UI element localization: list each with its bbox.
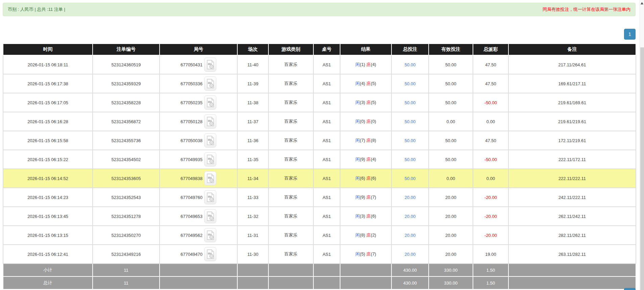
cell-table-no: AS1 — [313, 245, 340, 264]
page-1-button-bottom[interactable]: 1 — [624, 288, 636, 290]
cell-session: 11-34 — [237, 169, 268, 188]
result-player-label: 闲 — [355, 176, 360, 181]
cell-table-no: AS1 — [313, 74, 340, 93]
table-row: 2026-01-15 06:17:38523124359329677050336… — [3, 74, 636, 93]
cell-result: 闲(5) 庄(7) — [340, 245, 391, 264]
result-banker-score: (0) — [371, 119, 376, 124]
cell-total-bet: 20.00 — [391, 207, 429, 226]
header-total-bet: 总投注 — [391, 44, 429, 55]
video-replay-button[interactable] — [204, 152, 216, 166]
pagination-top: 1 — [3, 29, 636, 40]
cell-round: 677050038 — [160, 131, 237, 150]
table-row: 2026-01-15 06:13:15523124350270677049562… — [3, 226, 636, 245]
cell-round: 677050336 — [160, 74, 237, 93]
cell-time: 2026-01-15 06:14:52 — [3, 169, 93, 188]
total-bet-link[interactable]: 20.00 — [405, 214, 416, 219]
video-replay-button[interactable] — [204, 209, 216, 223]
total-bet-link[interactable]: 50.00 — [405, 100, 416, 105]
result-banker-label: 庄 — [366, 214, 371, 219]
result-player-label: 闲 — [355, 195, 360, 200]
cell-bet-id: 523124355736 — [93, 131, 160, 150]
cell-total-bet: 50.00 — [391, 74, 429, 93]
cell-session: 11-36 — [237, 131, 268, 150]
page-1-button[interactable]: 1 — [624, 29, 636, 40]
cell-total-bet: 50.00 — [391, 150, 429, 169]
total-bet-link[interactable]: 50.00 — [405, 62, 416, 67]
cell-remark: 222.11/172.11 — [508, 150, 636, 169]
result-banker-score: (6) — [371, 176, 376, 181]
total-bet-link[interactable]: 20.00 — [405, 233, 416, 238]
video-replay-button[interactable] — [204, 133, 216, 148]
video-replay-button[interactable] — [204, 95, 216, 110]
cell-payout: 47.50 — [473, 55, 508, 74]
cell-total-bet: 20.00 — [391, 245, 429, 264]
result-player-label: 闲 — [355, 119, 360, 124]
cell-valid-bet: 20.00 — [429, 188, 473, 207]
round-id: 677049935 — [181, 157, 202, 162]
cell-payout: 0.00 — [473, 112, 508, 131]
cell-game-type: 百家乐 — [268, 74, 313, 93]
result-player-score: (3) — [360, 100, 365, 105]
result-banker-score: (8) — [371, 138, 376, 143]
scroll-up-arrow-icon[interactable] — [641, 2, 643, 4]
cell-game-type: 百家乐 — [268, 169, 313, 188]
cell-result: 闲(9) 庄(4) — [340, 150, 391, 169]
video-file-icon — [207, 60, 214, 69]
video-file-icon — [207, 193, 214, 202]
scrollbar-thumb[interactable] — [640, 47, 644, 290]
table-body: 2026-01-15 06:18:11523124360519677050431… — [3, 55, 636, 264]
result-player-label: 闲 — [355, 100, 360, 105]
total-bet-link[interactable]: 20.00 — [405, 252, 416, 257]
cell-time: 2026-01-15 06:12:41 — [3, 245, 93, 264]
cell-result: 闲(3) 庄(5) — [340, 93, 391, 112]
cell-bet-id: 523124356872 — [93, 112, 160, 131]
header-row: 时间注单编号局号场次游戏类别桌号结果总投注有效投注总派彩备注 — [3, 44, 636, 55]
result-banker-score: (7) — [371, 195, 376, 200]
cell-total-bet: 20.00 — [391, 188, 429, 207]
cell-payout: -20.00 — [473, 207, 508, 226]
cell-round: 677049562 — [160, 226, 237, 245]
video-replay-button[interactable] — [204, 247, 216, 261]
video-replay-button[interactable] — [204, 190, 216, 204]
cell-session: 11-37 — [237, 112, 268, 131]
result-player-label: 闲 — [355, 251, 360, 256]
total-bet-link[interactable]: 50.00 — [405, 138, 416, 143]
cell-round: 677049935 — [160, 150, 237, 169]
cell-table-no: AS1 — [313, 131, 340, 150]
total-bet-link[interactable]: 50.00 — [405, 119, 416, 124]
video-file-icon — [207, 155, 214, 164]
round-id: 677049760 — [181, 195, 202, 200]
cell-result: 闲(8) 庄(2) — [340, 226, 391, 245]
table-row: 2026-01-15 06:14:23523124352543677049760… — [3, 188, 636, 207]
video-file-icon — [207, 249, 214, 259]
cell-remark: 263.11/282.11 — [508, 245, 636, 264]
round-id: 677050038 — [181, 138, 202, 143]
cell-time: 2026-01-15 06:15:22 — [3, 150, 93, 169]
video-replay-button[interactable] — [204, 171, 216, 185]
video-replay-button[interactable] — [204, 76, 216, 91]
cell-round: 677050431 — [160, 55, 237, 74]
total-bet-link[interactable]: 50.00 — [405, 81, 416, 86]
video-replay-button[interactable] — [204, 58, 216, 72]
total-bet-link[interactable]: 50.00 — [405, 176, 416, 181]
same-round-notice: 同局有效投注，统一计算在该局第一张注单内 — [543, 6, 630, 13]
table-row: 2026-01-15 06:18:11523124360519677050431… — [3, 55, 636, 74]
vertical-scrollbar[interactable] — [640, 0, 644, 290]
summary-valid-bet: 330.00 — [429, 276, 473, 289]
video-replay-button[interactable] — [204, 228, 216, 242]
round-id: 677050431 — [181, 62, 202, 67]
table-row: 2026-01-15 06:16:28523124356872677050128… — [3, 112, 636, 131]
cell-payout: 47.50 — [473, 74, 508, 93]
cell-remark: 217.11/264.61 — [508, 55, 636, 74]
cell-remark: 172.11/219.61 — [508, 131, 636, 150]
total-bet-link[interactable]: 20.00 — [405, 195, 416, 200]
video-replay-button[interactable] — [204, 114, 216, 129]
result-banker-label: 庄 — [366, 119, 371, 124]
total-bet-link[interactable]: 50.00 — [405, 157, 416, 162]
header-session: 场次 — [237, 44, 268, 55]
cell-session: 11-35 — [237, 150, 268, 169]
video-file-icon — [207, 136, 214, 145]
header-round: 局号 — [160, 44, 237, 55]
cell-result: 闲(1) 庄(4) — [340, 55, 391, 74]
cell-valid-bet: 0.00 — [429, 112, 473, 131]
